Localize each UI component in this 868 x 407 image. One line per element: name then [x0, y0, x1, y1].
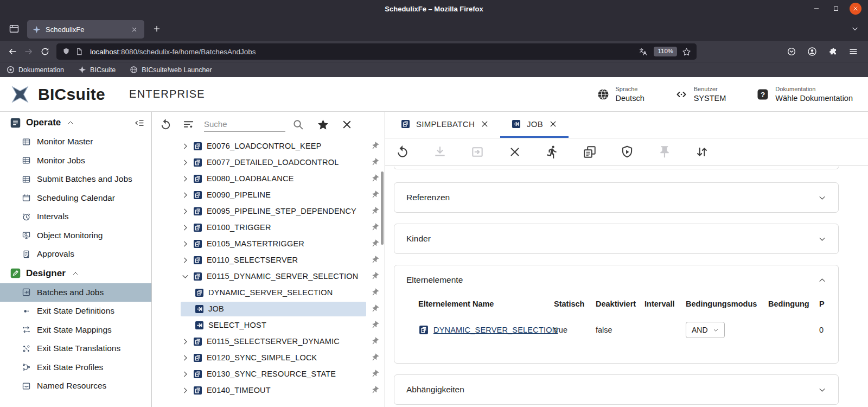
pin-icon[interactable] [371, 353, 379, 362]
extensions-button[interactable] [825, 43, 841, 60]
collapse-sidebar-icon[interactable] [133, 117, 145, 129]
close-window-button[interactable] [850, 3, 861, 15]
tree-node[interactable]: E0105_MASTERTRIGGER [179, 237, 366, 251]
refresh-button[interactable] [158, 117, 173, 131]
filter-button[interactable] [181, 117, 195, 131]
tree-node[interactable]: E0130_SYNC_RESOURCE_STATE [179, 367, 366, 381]
search-button[interactable] [291, 117, 305, 131]
sidebar-item[interactable]: Named Resources [0, 377, 151, 396]
bookmark-star-icon[interactable] [682, 47, 691, 56]
section-toggle[interactable]: Kinder [394, 224, 838, 253]
tracking-shield-icon[interactable] [62, 47, 71, 56]
tree-node[interactable]: E0115_DYNAMIC_SERVER_SELECTION [179, 269, 366, 284]
url-bar[interactable]: localhost:8080/schedulix-fe/home/Batches… [56, 43, 697, 60]
pin-icon[interactable] [371, 190, 379, 199]
section-toggle[interactable]: Elternelemente [394, 265, 838, 295]
tree-node[interactable]: E0080_LOADBALANCE [179, 171, 366, 186]
chevron-right-icon[interactable] [181, 354, 189, 362]
parent-element-link[interactable]: DYNAMIC_SERVER_SELECTION [433, 326, 558, 334]
header-meta-language[interactable]: SpracheDeutsch [597, 86, 644, 103]
tree-node[interactable]: E0095_PIPELINE_STEP_DEPENDENCY [179, 204, 366, 219]
tab-close-icon[interactable] [480, 119, 489, 129]
pin-icon[interactable] [371, 304, 379, 313]
tree-node[interactable]: SELECT_HOST [181, 318, 366, 333]
chevron-down-icon[interactable] [181, 272, 189, 281]
tree-node[interactable]: E0076_LOADCONTROL_KEEP [179, 139, 366, 154]
chevron-right-icon[interactable] [181, 386, 189, 395]
detail-tab-job[interactable]: JOB [500, 112, 569, 138]
sidebar-item[interactable]: Monitor Jobs [0, 151, 151, 170]
maximize-button[interactable] [830, 3, 842, 15]
menu-button[interactable] [845, 43, 861, 60]
sidebar-item[interactable]: Approvals [0, 245, 151, 264]
sidebar-item[interactable]: Monitor Master [0, 132, 151, 151]
bookmark-item[interactable]: BICsuite [78, 66, 116, 74]
tree-node[interactable]: JOB [181, 302, 366, 316]
tab-close-icon[interactable] [129, 24, 139, 34]
bedingungsmodus-select[interactable]: AND [686, 322, 725, 338]
close-button[interactable] [507, 144, 522, 159]
tree-node[interactable]: E0090_PIPELINE [179, 188, 366, 202]
sidebar-item[interactable]: Exit State Mappings [0, 321, 151, 340]
pocket-button[interactable] [783, 43, 800, 60]
sidebar-section-operate[interactable]: Operate [0, 113, 151, 132]
zoom-level-badge[interactable]: 110% [654, 47, 677, 56]
tree-node[interactable]: E0100_TRIGGER [179, 220, 366, 235]
tree-node[interactable]: E0120_SYNC_SIMPLE_LOCK [179, 351, 366, 365]
minimize-button[interactable] [810, 3, 822, 15]
pin-icon[interactable] [371, 288, 379, 297]
pin-icon[interactable] [371, 207, 379, 215]
chevron-right-icon[interactable] [181, 256, 189, 264]
tree-node[interactable]: E0140_TIMEOUT [179, 383, 366, 398]
sidebar-item[interactable]: Object Monitoring [0, 226, 151, 245]
run-button[interactable] [545, 144, 559, 159]
sidebar-item[interactable]: Submit Batches and Jobs [0, 170, 151, 189]
bookmark-item[interactable]: Dokumentation [7, 66, 64, 74]
sidebar-section-designer[interactable]: Designer [0, 264, 151, 283]
chevron-right-icon[interactable] [181, 370, 189, 378]
reload-button[interactable] [37, 43, 53, 60]
hierarchy-button[interactable] [582, 144, 597, 159]
translate-icon[interactable] [639, 47, 648, 56]
tree-node[interactable]: E0077_DETAILED_LOADCONTROL [179, 155, 366, 170]
account-button[interactable] [804, 43, 820, 60]
back-button[interactable] [4, 43, 21, 60]
chevron-right-icon[interactable] [181, 158, 189, 167]
header-meta-user[interactable]: BenutzerSYSTEM [675, 86, 726, 103]
new-tab-button[interactable] [149, 21, 165, 37]
pin-icon[interactable] [371, 272, 379, 281]
chevron-right-icon[interactable] [181, 338, 189, 346]
page-info-icon[interactable] [75, 47, 84, 56]
sort-button[interactable] [694, 144, 709, 159]
chevron-right-icon[interactable] [181, 207, 189, 215]
pin-icon[interactable] [371, 321, 379, 329]
sidebar-item[interactable]: Scheduling Calendar [0, 189, 151, 208]
list-all-tabs-button[interactable] [847, 22, 863, 37]
chevron-right-icon[interactable] [181, 191, 189, 199]
sidebar-item[interactable]: Exit State Profiles [0, 358, 151, 377]
clear-button[interactable] [340, 117, 354, 131]
sidebar-item[interactable]: Batches and Jobs [0, 283, 151, 302]
pin-icon[interactable] [371, 256, 379, 264]
favorites-button[interactable] [316, 117, 330, 131]
sidebar-item[interactable]: Intervals [0, 207, 151, 226]
firefox-view-button[interactable] [5, 21, 23, 38]
pin-icon[interactable] [371, 386, 379, 395]
section-toggle[interactable]: Abhängigkeiten [394, 375, 838, 404]
sidebar-item[interactable]: Exit State Translations [0, 339, 151, 358]
save-button[interactable] [432, 144, 447, 159]
tree-node[interactable]: E0110_SELECTSERVER [179, 253, 366, 268]
pin-icon[interactable] [371, 239, 379, 248]
detail-tab-simplebatch[interactable]: SIMPLEBATCH [390, 112, 500, 138]
browser-tab[interactable]: SchedulixFe [27, 20, 144, 39]
undo-button[interactable] [395, 144, 410, 159]
search-input[interactable] [204, 119, 285, 129]
pin-icon[interactable] [371, 142, 379, 150]
tab-close-icon[interactable] [548, 119, 558, 129]
chevron-right-icon[interactable] [181, 175, 189, 183]
tree-node[interactable]: E0115_SELECTSERVER_DYNAMIC [179, 334, 366, 349]
forward-button[interactable] [21, 43, 37, 60]
resubmit-button[interactable] [470, 144, 484, 159]
tree-node[interactable]: DYNAMIC_SERVER_SELECTION [181, 285, 366, 300]
chevron-right-icon[interactable] [181, 142, 189, 150]
